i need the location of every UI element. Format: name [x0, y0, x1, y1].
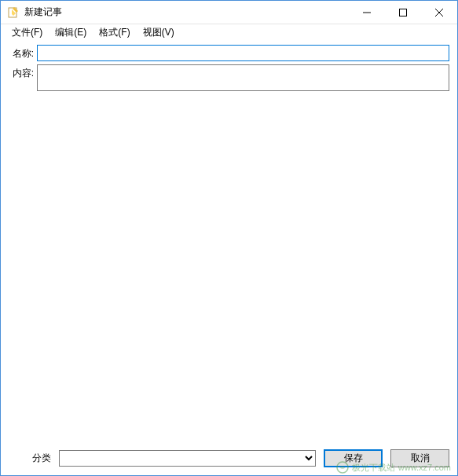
name-input[interactable] [37, 45, 449, 61]
name-label: 名称: [9, 45, 37, 60]
menu-view[interactable]: 视图(V) [137, 24, 181, 41]
svg-rect-2 [400, 9, 407, 16]
menu-edit[interactable]: 编辑(E) [49, 24, 93, 41]
window: 新建记事 文件(F) 编辑(E) 格式(F) 视图(V) 名称: 内容: [0, 0, 458, 476]
menubar: 文件(F) 编辑(E) 格式(F) 视图(V) [1, 24, 457, 40]
window-controls [349, 1, 457, 24]
category-label: 分类 [9, 452, 54, 465]
window-title: 新建记事 [24, 5, 349, 19]
content-label: 内容: [9, 64, 37, 80]
form-area: 名称: 内容: [1, 40, 457, 443]
close-button[interactable] [421, 1, 457, 24]
titlebar: 新建记事 [1, 1, 457, 24]
maximize-button[interactable] [385, 1, 421, 24]
category-select[interactable] [59, 450, 316, 467]
cancel-button[interactable]: 取消 [390, 449, 449, 467]
app-icon [7, 6, 20, 19]
save-button[interactable]: 保存 [324, 449, 383, 467]
menu-format[interactable]: 格式(F) [93, 24, 136, 41]
content-textarea-wrapper [37, 64, 449, 91]
minimize-button[interactable] [349, 1, 385, 24]
content-textarea[interactable] [38, 65, 449, 90]
menu-file[interactable]: 文件(F) [5, 24, 49, 41]
bottom-row: 分类 保存 取消 [1, 443, 457, 475]
name-row: 名称: [9, 45, 449, 61]
content-row: 内容: [9, 64, 449, 435]
